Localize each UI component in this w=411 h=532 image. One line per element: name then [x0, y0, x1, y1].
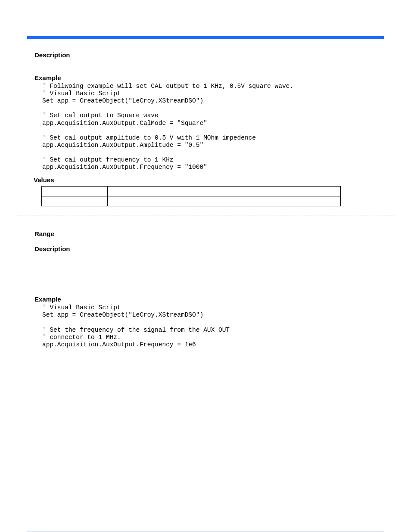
section-calmode: Description Example ' Follwoing example … [0, 39, 411, 206]
section-separator [17, 215, 394, 215]
table-row [42, 196, 341, 206]
values-table [41, 186, 341, 206]
description-heading: Description [34, 245, 384, 252]
cell [42, 196, 108, 206]
description-heading: Description [34, 51, 384, 59]
range-heading: Range [34, 230, 384, 237]
cell [107, 187, 340, 196]
table-row [42, 187, 341, 196]
section-frequency: Range Description Example ' Visual Basic… [0, 215, 411, 348]
example-heading: Example [34, 296, 384, 303]
header-blue-bar [27, 36, 384, 39]
page: Description Example ' Follwoing example … [0, 36, 411, 532]
values-table-wrap [34, 186, 384, 206]
values-heading: Values [34, 176, 384, 184]
cell [107, 196, 340, 206]
code-example-2: ' Visual Basic Script Set app = CreateOb… [34, 304, 384, 348]
cell [42, 187, 108, 196]
example-heading: Example [34, 74, 384, 81]
code-example-1: ' Follwoing example will set CAL output … [34, 83, 384, 171]
